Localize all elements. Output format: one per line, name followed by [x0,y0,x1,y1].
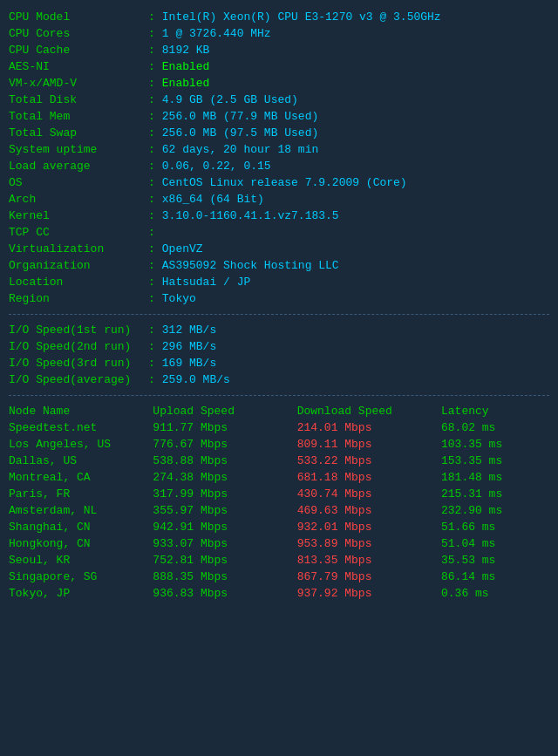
speedtest-download: 867.79 Mbps [297,569,441,585]
system-value: 256.0 MB (97.5 MB Used) [162,126,318,140]
speedtest-upload: 355.97 Mbps [153,502,296,519]
col-header-latency: Latency [441,403,549,419]
system-info-row: Region:Tokyo [9,290,549,307]
col-header-download: Download Speed [297,403,441,419]
speedtest-latency: 51.66 ms [441,519,549,535]
speedtest-node: Tokyo, JP [9,585,153,602]
speedtest-node: Paris, FR [9,486,153,502]
system-value: x86_64 (64 Bit) [162,193,264,206]
system-info-row: CPU Cache:8192 KB [9,42,549,58]
colon: : [148,93,155,106]
speedtest-latency: 153.35 ms [441,453,549,469]
colon: : [148,176,155,189]
col-header-node: Node Name [9,403,153,419]
speedtest-table: Node NameUpload SpeedDownload SpeedLaten… [9,403,549,602]
colon: : [148,77,155,90]
system-info-row: CPU Model:Intel(R) Xeon(R) CPU E3-1270 v… [9,9,549,25]
speedtest-latency: 35.53 ms [441,552,549,569]
system-value: OpenVZ [162,242,203,255]
system-label: Load average [9,160,148,173]
speedtest-row: Amsterdam, NL355.97 Mbps469.63 Mbps232.9… [9,502,549,519]
io-label: I/O Speed(3rd run) [9,357,148,370]
speedtest-download: 932.01 Mbps [297,519,441,535]
colon: : [148,209,155,222]
speedtest-node: Hongkong, CN [9,535,153,552]
speedtest-row: Seoul, KR752.81 Mbps813.35 Mbps35.53 ms [9,552,549,569]
speedtest-latency: 51.04 ms [441,535,549,552]
speedtest-download: 214.01 Mbps [297,419,441,436]
system-label: Organization [9,259,148,272]
speedtest-row: Singapore, SG888.35 Mbps867.79 Mbps86.14… [9,569,549,585]
speedtest-node: Singapore, SG [9,569,153,585]
io-speed-row: I/O Speed(3rd run):169 MB/s [9,355,549,371]
system-value: 62 days, 20 hour 18 min [162,143,318,156]
colon: : [148,324,155,337]
speedtest-latency: 86.14 ms [441,569,549,585]
system-label: System uptime [9,143,148,156]
system-label: VM-x/AMD-V [9,77,148,90]
system-info-section: CPU Model:Intel(R) Xeon(R) CPU E3-1270 v… [9,9,549,307]
system-info-row: Organization:AS395092 Shock Hosting LLC [9,257,549,274]
system-info-row: Virtualization:OpenVZ [9,241,549,257]
system-value: Intel(R) Xeon(R) CPU E3-1270 v3 @ 3.50GH… [162,10,441,24]
speedtest-upload: 942.91 Mbps [153,519,296,535]
system-value: AS395092 Shock Hosting LLC [162,259,339,272]
system-label: Kernel [9,209,148,222]
system-label: Total Swap [9,126,148,140]
colon: : [148,226,155,239]
system-label: CPU Cores [9,27,148,40]
colon: : [148,126,155,140]
speedtest-node: Los Angeles, US [9,436,153,453]
speedtest-download: 809.11 Mbps [297,436,441,453]
colon: : [148,242,155,255]
io-speed-row: I/O Speed(1st run):312 MB/s [9,322,549,338]
io-label: I/O Speed(1st run) [9,324,148,337]
speedtest-row: Los Angeles, US776.67 Mbps809.11 Mbps103… [9,436,549,453]
speedtest-latency: 68.02 ms [441,419,549,436]
speedtest-row: Montreal, CA274.38 Mbps681.18 Mbps181.48… [9,469,549,486]
speedtest-download: 681.18 Mbps [297,469,441,486]
speedtest-upload: 936.83 Mbps [153,585,296,602]
system-info-row: Kernel:3.10.0-1160.41.1.vz7.183.5 [9,208,549,224]
io-value: 169 MB/s [162,357,216,370]
speedtest-node: Dallas, US [9,453,153,469]
speedtest-row: Shanghai, CN942.91 Mbps932.01 Mbps51.66 … [9,519,549,535]
colon: : [148,259,155,272]
speedtest-upload: 752.81 Mbps [153,552,296,569]
speedtest-section: Node NameUpload SpeedDownload SpeedLaten… [9,403,549,602]
speedtest-row: Hongkong, CN933.07 Mbps953.89 Mbps51.04 … [9,535,549,552]
colon: : [148,160,155,173]
speedtest-upload: 933.07 Mbps [153,535,296,552]
speedtest-row: Paris, FR317.99 Mbps430.74 Mbps215.31 ms [9,486,549,502]
system-label: Region [9,292,148,305]
speedtest-download: 813.35 Mbps [297,552,441,569]
speedtest-latency: 215.31 ms [441,486,549,502]
speedtest-row: Tokyo, JP936.83 Mbps937.92 Mbps0.36 ms [9,585,549,602]
system-info-row: AES-NI:Enabled [9,58,549,75]
system-label: AES-NI [9,60,148,73]
speedtest-upload: 274.38 Mbps [153,469,296,486]
system-info-row: Load average:0.06, 0.22, 0.15 [9,158,549,174]
col-header-upload: Upload Speed [153,403,296,419]
divider-2 [9,395,549,396]
system-label: Total Disk [9,93,148,106]
system-value: Hatsudai / JP [162,276,250,289]
divider-1 [9,314,549,315]
speedtest-upload: 888.35 Mbps [153,569,296,585]
system-info-row: Arch:x86_64 (64 Bit) [9,191,549,208]
speedtest-download: 953.89 Mbps [297,535,441,552]
colon: : [148,292,155,305]
speedtest-download: 430.74 Mbps [297,486,441,502]
system-info-row: VM-x/AMD-V:Enabled [9,75,549,92]
system-info-row: Total Disk:4.9 GB (2.5 GB Used) [9,92,549,108]
io-label: I/O Speed(2nd run) [9,340,148,353]
io-value: 312 MB/s [162,324,216,337]
speedtest-node: Amsterdam, NL [9,502,153,519]
io-speed-row: I/O Speed(2nd run):296 MB/s [9,338,549,355]
colon: : [148,10,155,24]
system-info-row: Total Mem:256.0 MB (77.9 MB Used) [9,108,549,125]
system-label: TCP CC [9,226,148,239]
system-value: Enabled [162,77,210,90]
speedtest-node: Seoul, KR [9,552,153,569]
io-value: 296 MB/s [162,340,216,353]
